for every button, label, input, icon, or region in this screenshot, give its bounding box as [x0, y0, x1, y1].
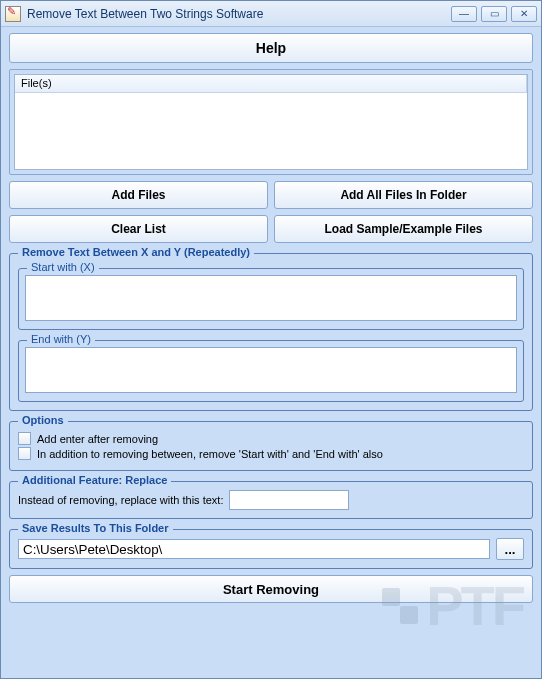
add-enter-checkbox[interactable]	[18, 432, 31, 445]
window-title: Remove Text Between Two Strings Software	[27, 7, 447, 21]
end-with-label: End with (Y)	[27, 333, 95, 345]
help-button[interactable]: Help	[9, 33, 533, 63]
remove-group: Remove Text Between X and Y (Repeatedly)…	[9, 253, 533, 411]
replace-label: Instead of removing, replace with this t…	[18, 494, 223, 506]
start-with-group: Start with (X)	[18, 268, 524, 330]
save-group: Save Results To This Folder ...	[9, 529, 533, 569]
options-group-title: Options	[18, 414, 68, 426]
start-with-input[interactable]	[25, 275, 517, 321]
remove-group-title: Remove Text Between X and Y (Repeatedly)	[18, 246, 254, 258]
add-files-button[interactable]: Add Files	[9, 181, 268, 209]
maximize-button[interactable]: ▭	[481, 6, 507, 22]
save-path-input[interactable]	[18, 539, 490, 559]
start-removing-button[interactable]: Start Removing	[9, 575, 533, 603]
add-enter-label: Add enter after removing	[37, 433, 158, 445]
replace-input[interactable]	[229, 490, 349, 510]
load-sample-button[interactable]: Load Sample/Example Files	[274, 215, 533, 243]
add-all-files-button[interactable]: Add All Files In Folder	[274, 181, 533, 209]
replace-group-title: Additional Feature: Replace	[18, 474, 171, 486]
remove-markers-checkbox[interactable]	[18, 447, 31, 460]
options-group: Options Add enter after removing In addi…	[9, 421, 533, 471]
files-list-header: File(s)	[15, 75, 527, 93]
files-column-header[interactable]: File(s)	[15, 75, 527, 92]
end-with-input[interactable]	[25, 347, 517, 393]
close-button[interactable]: ✕	[511, 6, 537, 22]
app-window: Remove Text Between Two Strings Software…	[0, 0, 542, 679]
files-panel: File(s)	[9, 69, 533, 175]
files-list[interactable]: File(s)	[14, 74, 528, 170]
titlebar: Remove Text Between Two Strings Software…	[1, 1, 541, 27]
start-with-label: Start with (X)	[27, 261, 99, 273]
replace-group: Additional Feature: Replace Instead of r…	[9, 481, 533, 519]
app-icon	[5, 6, 21, 22]
client-area: Help File(s) Add Files Add All Files In …	[1, 27, 541, 678]
clear-list-button[interactable]: Clear List	[9, 215, 268, 243]
save-group-title: Save Results To This Folder	[18, 522, 173, 534]
minimize-button[interactable]: —	[451, 6, 477, 22]
browse-button[interactable]: ...	[496, 538, 524, 560]
remove-markers-label: In addition to removing between, remove …	[37, 448, 383, 460]
end-with-group: End with (Y)	[18, 340, 524, 402]
